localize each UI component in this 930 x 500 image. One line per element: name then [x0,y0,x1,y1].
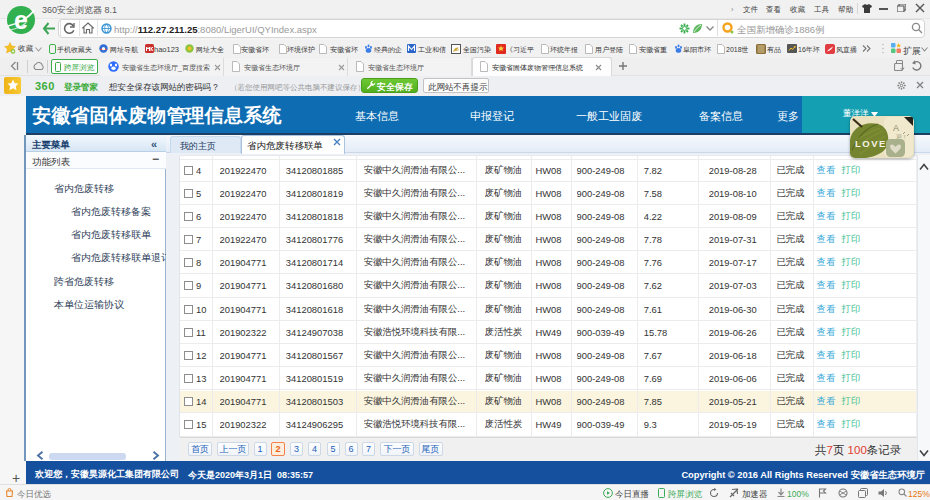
svg-text:A: A [893,123,899,133]
svg-text:e: e [14,6,28,34]
svg-text:LOVE: LOVE [855,138,887,149]
svg-text:迎 !: 迎 ! [896,133,906,140]
